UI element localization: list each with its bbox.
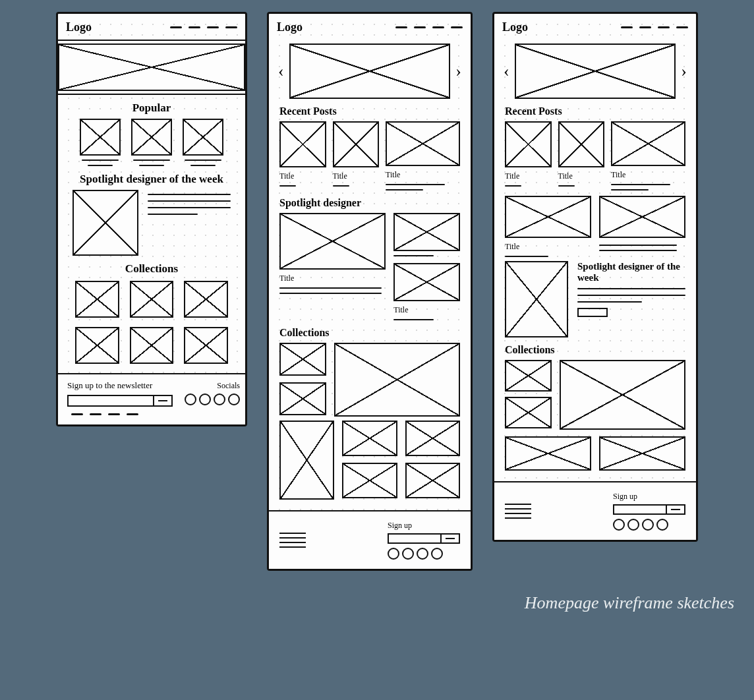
text-line [139, 165, 163, 166]
card-title: Title [279, 274, 386, 283]
header: Logo [277, 20, 463, 37]
card-title: Title [505, 171, 552, 181]
logo[interactable]: Logo [66, 20, 92, 34]
card[interactable] [131, 119, 172, 166]
collection-tile[interactable] [505, 360, 552, 392]
carousel-next-icon[interactable]: › [454, 63, 463, 80]
card-title: Title [393, 305, 460, 315]
social-icon[interactable] [656, 519, 668, 531]
menu-icon[interactable] [505, 500, 531, 522]
card[interactable]: Title [386, 121, 460, 190]
card[interactable]: Title [611, 121, 685, 190]
submit-button[interactable] [440, 535, 459, 542]
collection-tile[interactable] [279, 343, 326, 376]
collection-tile[interactable] [184, 281, 228, 318]
collection-tile[interactable] [130, 327, 174, 364]
social-icons-row [185, 394, 240, 405]
card[interactable]: Title [279, 121, 326, 187]
text-block [148, 190, 231, 215]
image-placeholder [80, 119, 121, 156]
signup-input[interactable] [613, 504, 685, 515]
nav-menu[interactable] [395, 26, 463, 28]
image-placeholder [279, 121, 326, 167]
collection-tile[interactable] [405, 463, 460, 498]
card[interactable]: Title [393, 263, 460, 320]
signup-block: Sign up [613, 492, 685, 531]
wireframe-variant-b: Logo ‹ › Recent Posts Title Title [267, 12, 473, 571]
social-icon[interactable] [214, 394, 225, 405]
image-placeholder [386, 121, 460, 166]
section-heading-collections: Collections [505, 344, 688, 356]
submit-button[interactable] [666, 506, 684, 513]
collection-tile[interactable] [279, 382, 326, 415]
newsletter-input[interactable] [67, 395, 173, 407]
card[interactable] [393, 213, 460, 256]
social-icon[interactable] [402, 548, 414, 560]
collection-tile[interactable] [342, 421, 397, 456]
hero-carousel: ‹ › [502, 44, 688, 99]
text-line [393, 255, 433, 256]
carousel-next-icon[interactable]: › [680, 63, 688, 80]
section-heading-recent: Recent Posts [505, 105, 688, 117]
text-line [190, 165, 215, 166]
cta-button[interactable] [577, 308, 608, 317]
text-line [279, 185, 296, 187]
nav-menu[interactable] [170, 26, 237, 28]
submit-button[interactable] [153, 396, 171, 405]
collection-tile[interactable] [130, 281, 174, 318]
social-icon[interactable] [627, 519, 639, 531]
text-line [386, 184, 445, 185]
card[interactable]: Title [558, 121, 605, 187]
card[interactable]: Title [505, 196, 591, 257]
collection-tile[interactable] [405, 421, 460, 456]
collection-tile[interactable] [75, 327, 119, 364]
collection-tile[interactable] [279, 421, 334, 500]
wireframe-variant-a: Logo Popular S [56, 12, 247, 426]
text-line [505, 185, 521, 187]
image-placeholder [393, 263, 460, 301]
card[interactable] [183, 119, 223, 166]
social-icon[interactable] [388, 548, 399, 560]
card-title: Title [558, 171, 605, 181]
text-line [333, 185, 349, 187]
social-icon[interactable] [228, 394, 240, 405]
logo[interactable]: Logo [277, 20, 303, 34]
section-heading-collections: Collections [279, 327, 463, 339]
recent-posts-grid: Title Title Title [505, 121, 685, 190]
card[interactable]: Title [333, 121, 380, 187]
collection-tile[interactable] [560, 360, 685, 430]
text-line [133, 160, 170, 161]
social-icon[interactable] [431, 548, 443, 560]
section-heading-spotlight: Spotlight designer of the week [577, 261, 685, 283]
collection-tile[interactable] [505, 397, 552, 428]
carousel-prev-icon[interactable]: ‹ [502, 63, 511, 80]
header: Logo [66, 20, 237, 37]
card[interactable] [80, 119, 121, 166]
text-line [558, 185, 575, 187]
menu-icon[interactable] [279, 529, 306, 551]
wireframe-variant-c: Logo ‹ › Recent Posts Title Title [492, 12, 698, 542]
image-placeholder [558, 121, 605, 167]
social-icon[interactable] [642, 519, 654, 531]
image-placeholder [72, 190, 138, 256]
card[interactable]: Title [279, 213, 386, 320]
carousel-prev-icon[interactable]: ‹ [277, 63, 285, 80]
social-icon[interactable] [417, 548, 428, 560]
collection-tile[interactable] [334, 343, 460, 417]
collection-tile[interactable] [342, 463, 397, 498]
spotlight-block: Spotlight designer of the week [505, 261, 685, 337]
card[interactable] [599, 196, 685, 257]
social-icons-row [388, 548, 460, 560]
signup-input[interactable] [388, 533, 460, 544]
nav-menu[interactable] [621, 26, 688, 28]
collection-tile[interactable] [505, 436, 591, 471]
collection-tile[interactable] [599, 436, 685, 471]
collection-tile[interactable] [184, 327, 228, 364]
social-icon[interactable] [185, 394, 196, 405]
card[interactable]: Title [505, 121, 552, 187]
social-icon[interactable] [613, 519, 625, 531]
footer-nav[interactable] [71, 413, 169, 415]
social-icon[interactable] [199, 394, 211, 405]
collection-tile[interactable] [75, 281, 119, 318]
logo[interactable]: Logo [502, 20, 528, 34]
